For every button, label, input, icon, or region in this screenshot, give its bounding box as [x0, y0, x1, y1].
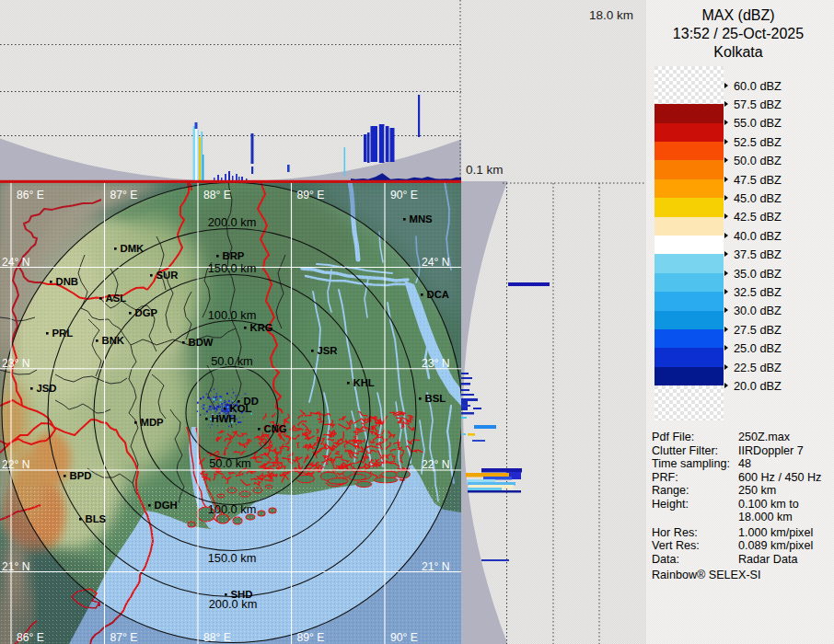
svg-text:BSL: BSL [425, 393, 446, 404]
svg-text:87° E: 87° E [110, 631, 138, 644]
svg-text:89° E: 89° E [297, 631, 325, 644]
svg-text:87° E: 87° E [110, 189, 138, 201]
svg-text:BPD: BPD [70, 470, 92, 481]
svg-text:PRL: PRL [52, 328, 74, 339]
svg-text:SUR: SUR [156, 270, 179, 281]
svg-text:100.0 km: 100.0 km [208, 308, 257, 322]
svg-text:JSD: JSD [37, 383, 57, 394]
svg-text:MNS: MNS [410, 213, 434, 224]
svg-text:DMK: DMK [121, 243, 145, 254]
svg-text:SHD: SHD [231, 589, 253, 600]
svg-text:DGP: DGP [135, 307, 158, 318]
svg-text:90° E: 90° E [390, 189, 418, 201]
svg-text:BLS: BLS [86, 513, 107, 524]
svg-text:200.0 km: 200.0 km [208, 215, 257, 229]
svg-text:86° E: 86° E [17, 189, 44, 201]
svg-text:90° E: 90° E [390, 631, 418, 644]
svg-text:24° N: 24° N [422, 256, 450, 269]
svg-text:BNK: BNK [102, 335, 125, 346]
svg-text:CNG: CNG [264, 423, 287, 434]
svg-text:86° E: 86° E [17, 631, 44, 644]
svg-text:JSR: JSR [318, 345, 338, 356]
svg-text:150.0 km: 150.0 km [208, 551, 257, 565]
svg-text:KHL: KHL [353, 377, 375, 388]
svg-text:21° N: 21° N [2, 560, 30, 573]
svg-text:22° N: 22° N [422, 458, 450, 471]
svg-text:BDW: BDW [189, 337, 214, 348]
svg-text:21° N: 21° N [422, 560, 450, 573]
svg-text:DCA: DCA [427, 289, 449, 300]
svg-text:MDP: MDP [141, 417, 165, 428]
svg-text:100.0 km: 100.0 km [208, 502, 257, 516]
svg-text:150.0 km: 150.0 km [208, 261, 257, 275]
svg-text:50.0 km: 50.0 km [209, 456, 251, 470]
svg-text:DNB: DNB [56, 276, 78, 287]
svg-text:24° N: 24° N [2, 256, 30, 269]
svg-text:BRP: BRP [223, 250, 245, 261]
svg-text:DGH: DGH [155, 500, 178, 511]
svg-text:22° N: 22° N [2, 458, 30, 471]
svg-text:KRG: KRG [250, 322, 273, 333]
svg-text:89° E: 89° E [297, 189, 325, 201]
svg-text:50.0 km: 50.0 km [211, 354, 253, 368]
svg-text:23° N: 23° N [2, 357, 30, 370]
svg-text:23° N: 23° N [422, 357, 450, 370]
svg-text:HWH: HWH [212, 413, 237, 424]
svg-text:88° E: 88° E [203, 631, 231, 644]
svg-text:ASL: ASL [106, 293, 127, 304]
svg-text:88° E: 88° E [203, 189, 231, 201]
